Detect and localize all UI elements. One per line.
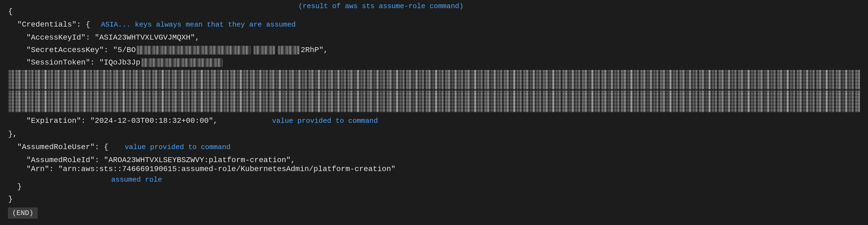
- code-inner-close: }: [8, 181, 22, 192]
- code-line-open-brace: {: [8, 5, 860, 18]
- redacted-secret-key: [137, 46, 251, 55]
- redacted-pixel-row-2: [8, 91, 860, 112]
- annotation-value-provided-2: value provided to command: [125, 143, 230, 151]
- code-line-secret-key: "SecretAccessKey": "5/BO 2RhP",: [8, 44, 860, 56]
- code-line-outer-close: }: [8, 193, 860, 205]
- redacted-secret-key-3: [278, 46, 300, 55]
- terminal-window: (result of aws sts assume-role command) …: [0, 0, 868, 225]
- annotation-asia-keys: ASIA... keys always mean that they are a…: [101, 21, 296, 29]
- code-expiration: "Expiration": "2024-12-03T00:18:32+00:00…: [8, 115, 218, 127]
- code-line-expiration: "Expiration": "2024-12-03T00:18:32+00:00…: [8, 114, 860, 128]
- code-outer-close: }: [8, 193, 13, 205]
- code-line-arn: "Arn": "arn:aws:sts::746669190615:assume…: [8, 166, 860, 181]
- end-badge-label: (END): [8, 207, 37, 219]
- code-credentials-key: "Credentials": {: [8, 19, 90, 30]
- code-open-brace: {: [8, 6, 13, 18]
- redacted-secret-key-2: [253, 46, 275, 55]
- code-line-session-token: "SessionToken": "IQoJb3Jp: [8, 56, 860, 69]
- code-secret-prefix: "SecretAccessKey": "5/BO: [8, 44, 135, 56]
- annotation-value-provided-1: value provided to command: [272, 117, 378, 125]
- code-session-prefix: "SessionToken": "IQoJb3Jp: [8, 57, 140, 68]
- code-assumed-role-user-key: "AssumedRoleUser": {: [8, 141, 108, 153]
- code-line-assumed-role-user: "AssumedRoleUser": { value provided to c…: [8, 140, 860, 154]
- redacted-pixel-row-1: [8, 70, 860, 90]
- code-line-close-credentials: },: [8, 128, 860, 140]
- code-access-key-id: "AccessKeyId": "ASIA23WHTVXLVGVJMQXH",: [8, 32, 199, 43]
- code-secret-suffix: 2RhP",: [301, 44, 328, 56]
- code-line-access-key: "AccessKeyId": "ASIA23WHTVXLVGVJMQXH",: [8, 31, 860, 44]
- end-badge: (END): [8, 205, 860, 219]
- redacted-session-token: [141, 58, 223, 67]
- code-line-inner-close: }: [8, 181, 860, 193]
- code-arn: "Arn": "arn:aws:sts::746669190615:assume…: [8, 163, 396, 175]
- code-close-brace-comma: },: [8, 128, 18, 140]
- code-line-credentials: "Credentials": { ASIA... keys always mea…: [8, 18, 860, 31]
